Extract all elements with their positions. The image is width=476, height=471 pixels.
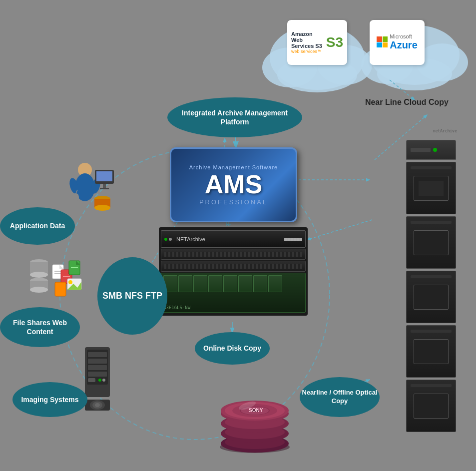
drive-2: [178, 275, 192, 292]
svg-rect-24: [96, 171, 112, 181]
rack-model: ■■■■■■: [284, 236, 302, 242]
svg-line-11: [390, 80, 415, 100]
ams-software-box: Archive Management Software AMS PROFESSI…: [170, 147, 297, 222]
file-shares-oval: File Shares Web Content: [0, 307, 80, 347]
rack-server: NETArchive ■■■■■■ R3E16LS-NW: [159, 227, 308, 316]
tower-top: [406, 140, 456, 160]
drive-5: [223, 275, 237, 292]
azure-text: Azure: [390, 39, 418, 51]
svg-point-60: [102, 379, 105, 382]
integrated-platform-oval: Integrated Archive Management Platform: [167, 97, 302, 137]
amazon-ws-text: web services™: [291, 49, 322, 54]
netarchive-label: NETArchive: [176, 236, 205, 242]
rack-led-1: [164, 238, 167, 241]
svg-point-30: [73, 193, 79, 201]
svg-line-14: [307, 220, 372, 240]
drive-label: R3E16LS-NW: [163, 305, 190, 310]
ams-title: AMS: [205, 171, 263, 197]
online-disk-label-text: Online Disk Copy: [203, 344, 261, 353]
optical-copy-label: Nearline / Offline Optical Copy: [300, 389, 380, 406]
amazon-text: Amazon Web Services S3: [291, 31, 324, 49]
person-workstation-icon: [65, 160, 115, 220]
azure-box: Microsoft Azure: [370, 20, 425, 65]
svg-point-50: [68, 280, 72, 284]
svg-point-34: [30, 272, 48, 278]
online-disk-copy-oval: Online Disk Copy: [195, 332, 270, 365]
microsoft-text: Microsoft: [390, 33, 418, 39]
drive-6: [238, 275, 252, 292]
svg-text:SONY: SONY: [249, 408, 263, 413]
svg-rect-54: [88, 352, 107, 357]
imaging-systems-oval: Imaging Systems: [12, 382, 87, 417]
svg-rect-25: [103, 184, 106, 188]
imaging-label: Imaging Systems: [21, 395, 78, 404]
application-data-oval: Application Data: [0, 207, 75, 245]
svg-point-64: [95, 403, 100, 407]
tower-seg-2: [406, 216, 456, 269]
drive-8: [268, 275, 282, 292]
app-data-label: Application Data: [10, 221, 65, 230]
optical-copy-oval: Nearline / Offline Optical Copy: [300, 377, 380, 417]
rack-led-2: [169, 238, 172, 241]
tower-seg-3: [406, 271, 456, 323]
tower-seg-1: [406, 162, 456, 214]
svg-point-37: [30, 287, 48, 293]
svg-point-29: [94, 205, 110, 211]
s3-badge: S3: [326, 34, 343, 50]
amazon-s3-box: Amazon Web Services S3 web services™ S3: [287, 20, 347, 65]
drive-bay: R3E16LS-NW: [161, 273, 306, 313]
tower-brand: netArchive: [433, 129, 457, 133]
svg-rect-55: [88, 359, 107, 364]
optical-discs: SONY: [215, 370, 295, 450]
smb-nfs-ftp-oval: SMB NFS FTP: [97, 257, 167, 335]
tower-seg-5: [406, 380, 456, 432]
rack-unit-2: [161, 261, 306, 272]
svg-point-59: [98, 379, 101, 382]
svg-rect-56: [88, 365, 107, 370]
svg-rect-48: [55, 282, 66, 296]
nearline-cloud-label: Near Line Cloud Copy: [365, 97, 449, 108]
ams-subtitle: Archive Management Software: [189, 164, 278, 170]
drive-4: [208, 275, 222, 292]
svg-rect-57: [88, 372, 107, 377]
file-icons-cluster: [25, 250, 85, 300]
tower-seg-4: [406, 325, 456, 378]
ams-professional: PROFESSIONAL: [199, 198, 268, 206]
svg-rect-58: [88, 378, 95, 382]
rack-unit-1: [161, 249, 306, 260]
smb-label: SMB NFS FTP: [102, 287, 162, 304]
drive-3: [193, 275, 207, 292]
file-shares-label: File Shares Web Content: [0, 318, 80, 336]
svg-rect-26: [100, 188, 109, 189]
tower-server: [406, 140, 456, 420]
drive-7: [253, 275, 267, 292]
